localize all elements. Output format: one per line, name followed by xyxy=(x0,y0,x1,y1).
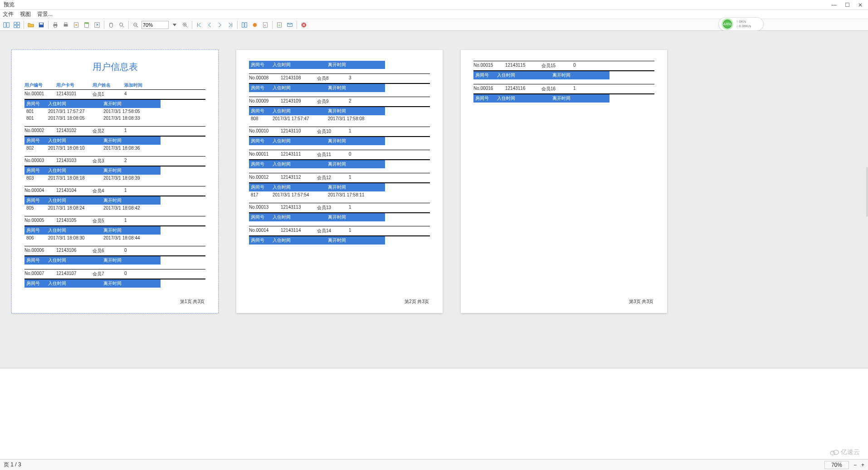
svg-line-22 xyxy=(137,25,138,27)
page-footer-1: 第1页 共3页 xyxy=(180,299,205,305)
last-page-icon[interactable] xyxy=(226,20,235,29)
user-block: No.0001112143111会员110房间号入住时间离开时间 xyxy=(249,150,430,168)
master-header: 用户编号 用户卡号 用户姓名 添加时间 xyxy=(24,81,205,89)
sub-row: 8052017/3/1 18:08:242017/3/1 18:08:42 xyxy=(24,205,161,211)
next-page-icon[interactable] xyxy=(215,20,224,29)
svg-rect-27 xyxy=(242,22,244,27)
user-master-row: No.0001612143116会员161 xyxy=(473,84,654,94)
zoom-combo[interactable] xyxy=(141,21,169,29)
user-block: No.0001512143115会员150房间号入住时间离开时间 xyxy=(473,61,654,79)
dropdown-icon[interactable] xyxy=(170,20,179,29)
page-setup-icon[interactable] xyxy=(72,20,81,29)
svg-rect-5 xyxy=(17,25,20,27)
user-block: No.0000612143106会员60房间号入住时间离开时间 xyxy=(24,246,205,264)
svg-rect-1 xyxy=(7,22,9,27)
sub-header: 房间号入住时间离开时间 xyxy=(249,84,385,92)
document-title: 用户信息表 xyxy=(24,61,205,73)
user-block: No.0001612143116会员161房间号入住时间离开时间 xyxy=(473,84,654,103)
close-preview-icon[interactable] xyxy=(299,20,308,29)
sub-row: 8012017/3/1 18:08:052017/3/1 18:08:33 xyxy=(24,115,161,122)
menu-file[interactable]: 文件 xyxy=(3,10,14,18)
user-block: No.0000512143105会员51房间号入住时间离开时间8062017/3… xyxy=(24,216,205,241)
sub-header: 房间号入住时间离开时间 xyxy=(24,196,161,205)
svg-rect-10 xyxy=(54,25,56,27)
network-speed-widget[interactable]: 44% ↑ 0K/s ↓ 0.06K/s xyxy=(718,17,764,31)
sub-header: 房间号入住时间离开时间 xyxy=(249,236,385,245)
user-block: No.0001312143113会员131房间号入住时间离开时间 xyxy=(249,203,430,221)
minimize-button[interactable]: — xyxy=(831,2,837,8)
page1-content: No.0000112143101会员14房间号入住时间离开时间8012017/3… xyxy=(24,89,205,288)
menu-background[interactable]: 背景... xyxy=(37,10,53,18)
sub-header: 房间号入住时间离开时间 xyxy=(473,94,610,103)
sub-header: 房间号入住时间离开时间 xyxy=(24,279,161,288)
color-icon[interactable] xyxy=(250,20,259,29)
title-bar: 预览 — ☐ ✕ xyxy=(0,0,868,10)
svg-point-14 xyxy=(75,24,77,26)
sub-header: 房间号入住时间离开时间 xyxy=(473,71,610,79)
sub-header: 房间号入住时间离开时间 xyxy=(249,137,385,145)
magnifier-icon[interactable] xyxy=(117,20,126,29)
user-block: No.0000712143107会员70房间号入住时间离开时间 xyxy=(24,269,205,288)
sub-row: 8032017/3/1 18:08:182017/3/1 18:08:39 xyxy=(24,175,161,181)
preview-workspace[interactable]: 用户信息表 用户编号 用户卡号 用户姓名 添加时间 No.00001121431… xyxy=(0,31,868,368)
sub-header: 房间号入住时间离开时间 xyxy=(249,183,385,191)
email-icon[interactable] xyxy=(285,20,294,29)
page-footer-3: 第3页 共3页 xyxy=(629,299,653,305)
user-master-row: No.0000412143104会员41 xyxy=(24,186,205,196)
svg-rect-7 xyxy=(40,23,43,24)
sub-header: 房间号入住时间离开时间 xyxy=(249,61,385,69)
svg-rect-11 xyxy=(64,24,68,26)
print-icon[interactable] xyxy=(51,20,60,29)
sub-header: 房间号入住时间离开时间 xyxy=(249,107,385,115)
quick-print-icon[interactable] xyxy=(61,20,70,29)
svg-line-26 xyxy=(186,25,188,27)
user-master-row: No.0000512143105会员51 xyxy=(24,216,205,226)
svg-point-18 xyxy=(120,23,123,26)
user-master-row: No.0000812143108会员83 xyxy=(249,73,430,84)
user-block: 房间号入住时间离开时间 xyxy=(249,61,430,69)
layout-sidebyside-icon[interactable] xyxy=(2,20,11,29)
svg-line-19 xyxy=(122,25,124,27)
zoom-in-icon[interactable] xyxy=(180,20,190,29)
user-master-row: No.0001312143113会员131 xyxy=(249,203,430,213)
save-icon[interactable] xyxy=(37,20,46,29)
prev-page-icon[interactable] xyxy=(205,20,214,29)
user-master-row: No.0000212143102会员21 xyxy=(24,126,205,137)
sub-row: 8172017/3/1 17:57:542017/3/1 17:58:11 xyxy=(249,191,385,198)
user-master-row: No.0001512143115会员150 xyxy=(473,61,654,71)
multipage-icon[interactable] xyxy=(240,20,249,29)
maximize-button[interactable]: ☐ xyxy=(845,2,850,8)
page3-content: No.0001512143115会员150房间号入住时间离开时间No.00016… xyxy=(473,61,654,103)
page-2: 房间号入住时间离开时间No.0000812143108会员83房间号入住时间离开… xyxy=(236,50,443,313)
zoom-out-icon[interactable] xyxy=(131,20,140,29)
user-master-row: No.0001012143110会员101 xyxy=(249,127,430,137)
header-footer-icon[interactable] xyxy=(82,20,91,29)
export-doc-icon[interactable] xyxy=(275,20,284,29)
page-1: 用户信息表 用户编号 用户卡号 用户姓名 添加时间 No.00001121431… xyxy=(12,50,218,313)
svg-rect-16 xyxy=(85,22,89,24)
user-block: No.0000412143104会员41房间号入住时间离开时间8052017/3… xyxy=(24,186,205,211)
svg-rect-9 xyxy=(54,22,56,24)
sub-row: 8022017/3/1 18:08:102017/3/1 18:08:36 xyxy=(24,145,161,152)
user-block: No.0000112143101会员14房间号入住时间离开时间8012017/3… xyxy=(24,89,205,122)
first-page-icon[interactable] xyxy=(195,20,204,29)
close-button[interactable]: ✕ xyxy=(858,2,863,8)
menu-view[interactable]: 视图 xyxy=(20,10,31,18)
layout-grid-icon[interactable] xyxy=(12,20,21,29)
sub-header: 房间号入住时间离开时间 xyxy=(24,226,161,235)
hand-tool-icon[interactable] xyxy=(107,20,116,29)
page2-content: 房间号入住时间离开时间No.0000812143108会员83房间号入住时间离开… xyxy=(249,61,430,245)
user-master-row: No.0000112143101会员14 xyxy=(24,89,205,100)
sub-header: 房间号入住时间离开时间 xyxy=(24,166,161,175)
user-block: No.0001012143110会员101房间号入住时间离开时间 xyxy=(249,127,430,145)
user-master-row: No.0001212143112会员121 xyxy=(249,173,430,183)
svg-rect-2 xyxy=(14,22,16,24)
scale-icon[interactable] xyxy=(93,20,102,29)
user-block: No.0000312143103会员32房间号入住时间离开时间8032017/3… xyxy=(24,156,205,181)
scrollbar-thumb[interactable] xyxy=(866,167,868,217)
user-master-row: No.0000712143107会员70 xyxy=(24,269,205,279)
user-master-row: No.0000912143109会员92 xyxy=(249,97,430,107)
open-icon[interactable] xyxy=(26,20,35,29)
network-percent: 44% xyxy=(722,18,733,30)
watermark-icon[interactable]: A xyxy=(261,20,270,29)
